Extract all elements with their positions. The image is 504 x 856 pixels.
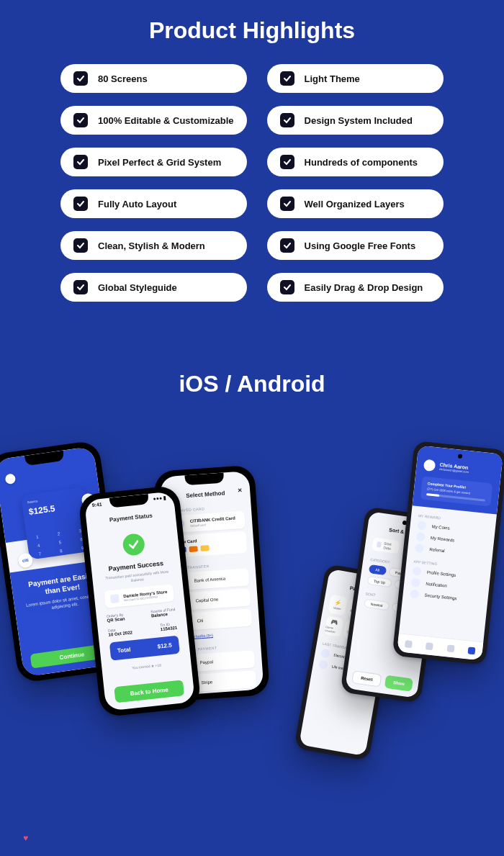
bolt-icon bbox=[320, 649, 330, 659]
feature-pill: Using Google Free Fonts bbox=[267, 231, 444, 260]
product-highlights-title: Product Highlights bbox=[0, 0, 504, 64]
chip[interactable]: All bbox=[369, 564, 387, 575]
referral-icon bbox=[415, 544, 424, 553]
check-icon bbox=[280, 280, 294, 294]
feature-label: Global Styleguide bbox=[98, 282, 177, 293]
check-icon bbox=[280, 197, 294, 211]
bottom-tabbar bbox=[397, 633, 483, 660]
feature-pill: Design System Included bbox=[267, 106, 444, 135]
success-check-icon bbox=[122, 533, 145, 557]
payment-meta: Date10 Oct 2022 Trx ID1154321 bbox=[108, 621, 178, 637]
feature-pill: Light Theme bbox=[267, 64, 444, 93]
feature-pill: Easily Drag & Drop Design bbox=[267, 273, 444, 302]
feature-label: Pixel Perfect & Grid System bbox=[98, 157, 221, 168]
tab-icon[interactable] bbox=[446, 644, 454, 652]
check-icon bbox=[280, 155, 294, 169]
chip[interactable]: Newest bbox=[364, 598, 390, 611]
feature-pill: Clean, Stylish & Modern bbox=[60, 231, 247, 260]
total-label: Total bbox=[117, 646, 131, 654]
feature-label: Using Google Free Fonts bbox=[305, 240, 416, 251]
close-icon[interactable]: ✕ bbox=[238, 487, 243, 494]
feature-pill: Well Organized Layers bbox=[267, 189, 444, 218]
tab-icon[interactable] bbox=[468, 646, 476, 654]
feature-label: Hundreds of components bbox=[305, 157, 418, 168]
avatar-icon bbox=[423, 459, 436, 472]
check-icon bbox=[280, 113, 294, 127]
bill-category[interactable]: ⚡Water bbox=[328, 595, 348, 616]
profile-icon bbox=[413, 567, 422, 576]
back-to-home-button[interactable]: Back to Home bbox=[114, 680, 184, 703]
heart-icon bbox=[318, 659, 328, 670]
feature-pill: Global Styleguide bbox=[60, 273, 247, 302]
start-date-field[interactable]: Start Date bbox=[372, 537, 400, 554]
earned-coins: You earned ★ +18 bbox=[102, 659, 192, 673]
tab-icon[interactable] bbox=[426, 642, 433, 650]
bell-icon bbox=[411, 578, 420, 587]
complete-profile-card[interactable]: Complete Your Profile! (2/7) Get 1000 co… bbox=[420, 476, 493, 506]
feature-pill: 100% Editable & Customizable bbox=[60, 106, 247, 135]
feature-label: Clean, Stylish & Modern bbox=[98, 240, 205, 251]
calendar-icon bbox=[377, 541, 382, 548]
feature-pill: 80 Screens bbox=[60, 64, 247, 93]
total-row: Total $12.5 bbox=[109, 636, 180, 661]
feature-pill-grid: 80 Screens Light Theme 100% Editable & C… bbox=[0, 64, 504, 302]
avatar-icon bbox=[4, 473, 16, 485]
feature-pill: Pixel Perfect & Grid System bbox=[60, 148, 247, 176]
check-icon bbox=[280, 71, 294, 86]
store-icon bbox=[110, 594, 120, 603]
feature-label: 80 Screens bbox=[98, 73, 148, 84]
feature-pill: Hundreds of components bbox=[267, 148, 444, 176]
bill-category[interactable]: 🎮Game Voucher bbox=[324, 616, 343, 637]
feature-label: Fully Auto Layout bbox=[98, 199, 176, 210]
merchant-card: Daniele Romy's Store Merchant ID 6012345… bbox=[104, 584, 174, 608]
coins-icon bbox=[417, 521, 426, 530]
total-value: $12.5 bbox=[157, 642, 172, 650]
mockup-arena: 9:41●●● ▮ Balance $125.5 123 456 789 cit… bbox=[0, 439, 504, 842]
feature-pill: Fully Auto Layout bbox=[60, 189, 247, 218]
shield-icon bbox=[410, 590, 419, 599]
android-phone-profile: Chris Aaron chrisaaron@gmail.com Complet… bbox=[392, 441, 504, 665]
game-icon: 🎮 bbox=[330, 619, 338, 626]
check-icon bbox=[280, 238, 294, 253]
check-icon bbox=[73, 197, 88, 211]
show-button[interactable]: Show bbox=[384, 675, 413, 692]
reset-button[interactable]: Reset bbox=[351, 670, 382, 687]
tab-icon[interactable] bbox=[405, 640, 413, 648]
heart-icon: ♥ bbox=[23, 833, 28, 843]
check-icon bbox=[73, 71, 88, 86]
payment-meta: Order's ByQR Scan Source of FundBalance bbox=[107, 607, 176, 623]
chip[interactable]: Top Up bbox=[367, 576, 392, 588]
feature-label: 100% Editable & Customizable bbox=[98, 115, 234, 126]
check-icon bbox=[73, 280, 88, 294]
check-icon bbox=[73, 113, 88, 127]
platforms-title: iOS / Android bbox=[0, 371, 504, 397]
check-icon bbox=[73, 238, 88, 253]
bolt-icon: ⚡ bbox=[334, 600, 342, 607]
feature-label: Light Theme bbox=[305, 73, 360, 84]
feature-label: Design System Included bbox=[305, 115, 413, 126]
feature-label: Easily Drag & Drop Design bbox=[305, 282, 423, 293]
rewards-icon bbox=[416, 532, 426, 541]
feature-label: Well Organized Layers bbox=[305, 199, 405, 210]
status-time: 9:41 bbox=[91, 502, 102, 508]
check-icon bbox=[73, 155, 88, 169]
